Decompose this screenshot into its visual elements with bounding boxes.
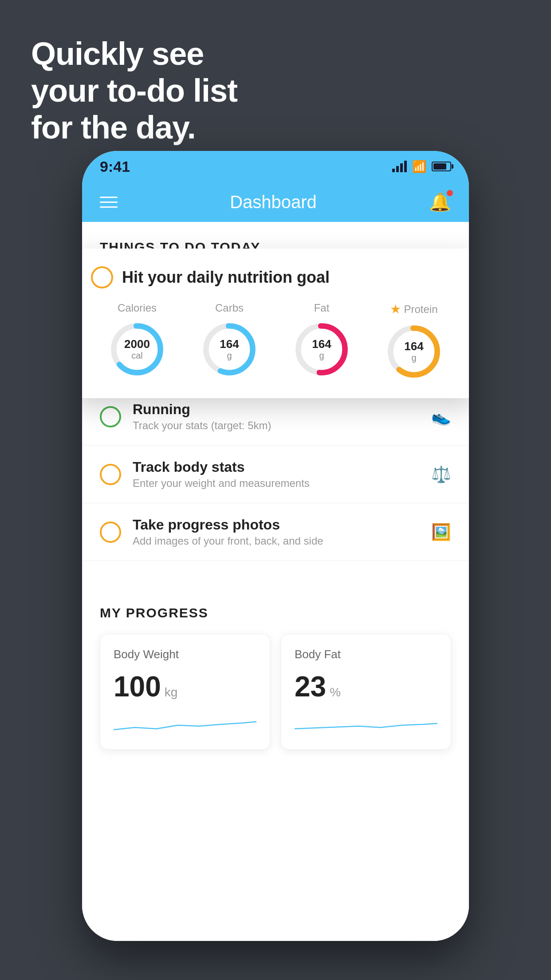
status-time: 9:41 <box>100 158 130 175</box>
star-icon: ★ <box>390 302 401 316</box>
photos-desc: Add images of your front, back, and side <box>133 535 420 547</box>
body-weight-value: 100 <box>114 670 161 703</box>
todo-item-photos[interactable]: Take progress photos Add images of your … <box>82 503 469 561</box>
running-name: Running <box>133 401 420 418</box>
nutrition-fat: Fat 164 g <box>293 302 350 378</box>
status-icons: 📶 <box>392 160 451 174</box>
nutrition-protein: ★ Protein 164 g <box>385 302 443 380</box>
running-text: Running Track your stats (target: 5km) <box>133 401 420 432</box>
fat-unit: g <box>312 351 331 361</box>
nutrition-carbs: Carbs 164 g <box>201 302 258 378</box>
nutrition-card: Hit your daily nutrition goal Calories 2… <box>82 249 469 398</box>
fat-label: Fat <box>314 302 330 314</box>
nav-title: Dashboard <box>230 192 317 212</box>
fat-value: 164 <box>312 338 331 351</box>
body-weight-value-row: 100 kg <box>114 670 256 703</box>
photos-text: Take progress photos Add images of your … <box>133 517 420 547</box>
protein-value: 164 <box>404 340 423 353</box>
running-desc: Track your stats (target: 5km) <box>133 419 420 432</box>
running-checkbox[interactable] <box>100 406 121 427</box>
body-fat-unit: % <box>330 685 341 699</box>
progress-cards: Body Weight 100 kg Body Fat 23 % <box>100 634 451 750</box>
battery-icon <box>432 162 451 171</box>
carbs-value: 164 <box>220 338 239 351</box>
body-fat-value-row: 23 % <box>295 670 437 703</box>
calories-donut: 2000 cal <box>108 320 166 378</box>
photos-icon: 🖼️ <box>431 523 451 541</box>
nav-bar: Dashboard 🔔 <box>82 182 469 222</box>
calories-unit: cal <box>124 351 150 361</box>
photos-checkbox[interactable] <box>100 522 121 543</box>
wifi-icon: 📶 <box>412 160 426 174</box>
protein-label: Protein <box>404 303 437 316</box>
body-stats-desc: Enter your weight and measurements <box>133 477 420 490</box>
running-icon: 👟 <box>431 407 451 426</box>
body-fat-chart <box>295 712 437 734</box>
hero-text: Quickly see your to-do list for the day. <box>31 36 237 146</box>
body-fat-card[interactable]: Body Fat 23 % <box>281 634 451 750</box>
body-stats-icon: ⚖️ <box>431 465 451 484</box>
nutrition-grid: Calories 2000 cal Carbs <box>91 302 460 380</box>
progress-heading: MY PROGRESS <box>100 605 451 620</box>
app-content: THINGS TO DO TODAY Hit your daily nutrit… <box>82 222 469 941</box>
photos-name: Take progress photos <box>133 517 420 533</box>
protein-label-row: ★ Protein <box>390 302 437 316</box>
body-weight-title: Body Weight <box>114 648 256 661</box>
protein-unit: g <box>404 353 423 363</box>
nutrition-calories: Calories 2000 cal <box>108 302 166 378</box>
carbs-donut: 164 g <box>201 320 258 378</box>
body-weight-unit: kg <box>165 685 178 699</box>
protein-donut: 164 g <box>385 323 443 380</box>
todo-item-body-stats[interactable]: Track body stats Enter your weight and m… <box>82 446 469 503</box>
signal-icon <box>392 161 407 172</box>
body-weight-card[interactable]: Body Weight 100 kg <box>100 634 270 750</box>
body-stats-name: Track body stats <box>133 459 420 475</box>
body-fat-value: 23 <box>295 670 326 703</box>
nutrition-checkbox[interactable] <box>91 266 113 288</box>
body-stats-text: Track body stats Enter your weight and m… <box>133 459 420 490</box>
status-bar: 9:41 📶 <box>82 151 469 182</box>
phone-frame: 9:41 📶 Dashboard 🔔 TH <box>82 151 469 941</box>
nutrition-card-title: Hit your daily nutrition goal <box>122 268 330 287</box>
carbs-label: Carbs <box>215 302 244 314</box>
body-stats-checkbox[interactable] <box>100 464 121 485</box>
bell-button[interactable]: 🔔 <box>429 192 451 213</box>
body-weight-chart <box>114 712 256 734</box>
hamburger-menu[interactable] <box>100 197 118 208</box>
calories-value: 2000 <box>124 338 150 351</box>
body-fat-title: Body Fat <box>295 648 437 661</box>
fat-donut: 164 g <box>293 320 350 378</box>
calories-label: Calories <box>118 302 157 314</box>
progress-section: MY PROGRESS Body Weight 100 kg Body Fat <box>82 588 469 767</box>
notification-dot <box>447 190 453 196</box>
carbs-unit: g <box>220 351 239 361</box>
